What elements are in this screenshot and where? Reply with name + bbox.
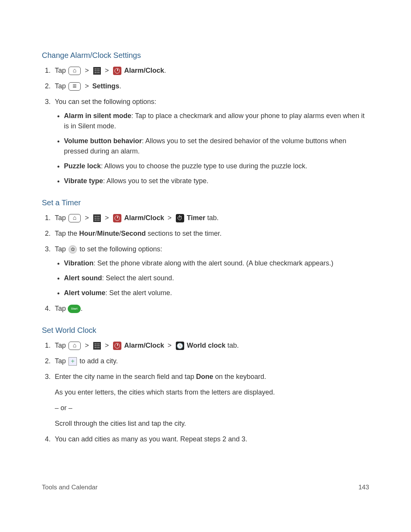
- text: Tap: [55, 67, 66, 74]
- separator: >: [166, 214, 173, 222]
- text: .: [164, 67, 166, 74]
- step: Tap > > Alarm/Clock > World clock tab.: [53, 340, 369, 351]
- page-content: Change Alarm/Clock Settings Tap > > Alar…: [0, 0, 411, 444]
- step: Tap to add a city.: [53, 356, 369, 366]
- text: Tap: [55, 214, 66, 222]
- option-label: Vibrate type: [64, 177, 103, 185]
- page-footer: Tools and Calendar 143: [42, 482, 369, 492]
- option-desc: : Set the phone vibrate along with the a…: [94, 259, 333, 267]
- home-icon: [68, 214, 81, 222]
- option-desc: : Allows you to set the vibrate type.: [103, 177, 209, 185]
- text: You can add cities as many as you want. …: [55, 435, 247, 443]
- page-number: 143: [358, 482, 369, 492]
- text: You can set the following options:: [55, 98, 156, 105]
- text: .: [81, 305, 83, 312]
- apps-icon: [93, 67, 101, 75]
- paragraph: Scroll through the cities list and tap t…: [55, 419, 369, 429]
- step: You can set the following options: Alarm…: [53, 97, 369, 186]
- alarm-clock-icon: [113, 67, 121, 75]
- step: Tap to set the following options: Vibrat…: [53, 244, 369, 298]
- world-clock-icon: [176, 342, 184, 350]
- text: Tap the: [55, 230, 79, 237]
- text-bold: Alarm/Clock: [124, 214, 164, 222]
- step: Tap > > Alarm/Clock > Timer tab.: [53, 213, 369, 223]
- text: on the keyboard.: [213, 373, 266, 380]
- step: Tap > > Alarm/Clock.: [53, 66, 369, 76]
- text: sections to set the timer.: [146, 230, 221, 237]
- list-item: Volume button behavior: Allows you to se…: [64, 136, 369, 157]
- heading-set-world-clock: Set World Clock: [42, 324, 369, 336]
- separator: >: [83, 214, 91, 222]
- start-button-icon: [68, 305, 81, 313]
- home-icon: [68, 342, 81, 350]
- text-bold: Timer: [187, 214, 206, 222]
- heading-set-timer: Set a Timer: [42, 197, 369, 208]
- option-label: Alert volume: [64, 289, 105, 297]
- text-bold: Done: [196, 373, 213, 380]
- steps-change-alarm: Tap > > Alarm/Clock. Tap > Settings. You…: [42, 66, 369, 186]
- list-item: Alarm in silent mode: Tap to place a che…: [64, 111, 369, 131]
- text-bold: Second: [121, 230, 146, 237]
- step: Tap > Settings.: [53, 81, 369, 91]
- option-label: Puzzle lock: [64, 162, 101, 170]
- menu-icon: [68, 82, 81, 91]
- option-desc: : Set the alert volume.: [105, 289, 172, 297]
- text-bold: Minute: [97, 230, 119, 237]
- home-icon: [68, 67, 81, 75]
- text-bold: Hour: [79, 230, 95, 237]
- text: Enter the city name in the search field …: [55, 373, 196, 380]
- heading-change-alarm-clock: Change Alarm/Clock Settings: [42, 50, 369, 61]
- option-label: Alarm in silent mode: [64, 112, 131, 120]
- apps-icon: [93, 342, 101, 350]
- text: tab.: [225, 342, 239, 349]
- separator: >: [83, 67, 91, 74]
- separator: >: [83, 342, 91, 349]
- text: to add a city.: [80, 357, 118, 365]
- option-label: Vibration: [64, 259, 94, 267]
- option-list: Alarm in silent mode: Tap to place a che…: [55, 111, 369, 186]
- separator: >: [104, 67, 111, 74]
- text: Tap: [55, 357, 66, 365]
- text: to set the following options:: [80, 245, 162, 253]
- paragraph: As you enter letters, the cities which s…: [55, 387, 369, 398]
- gear-icon: [68, 245, 77, 254]
- separator: >: [104, 342, 111, 349]
- text-bold: Settings: [92, 82, 119, 90]
- text: tab.: [205, 214, 218, 222]
- option-desc: : Select the alert sound.: [102, 274, 174, 282]
- text: Tap: [55, 82, 66, 90]
- steps-set-timer: Tap > > Alarm/Clock > Timer tab. Tap the…: [42, 213, 369, 314]
- step: Tap .: [53, 304, 369, 314]
- option-label: Volume button behavior: [64, 137, 142, 145]
- text-bold: Alarm/Clock: [124, 67, 164, 74]
- option-label: Alert sound: [64, 274, 102, 282]
- text-bold: World clock: [187, 342, 226, 349]
- option-desc: : Allows you to choose the puzzle type t…: [101, 162, 307, 170]
- text: .: [119, 82, 121, 90]
- alarm-clock-icon: [113, 214, 121, 222]
- steps-world-clock: Tap > > Alarm/Clock > World clock tab. T…: [42, 340, 369, 444]
- add-icon: [68, 357, 77, 366]
- step: Enter the city name in the search field …: [53, 372, 369, 429]
- apps-icon: [93, 214, 101, 222]
- list-item: Vibration: Set the phone vibrate along w…: [64, 258, 369, 268]
- list-item: Alert volume: Set the alert volume.: [64, 288, 369, 298]
- list-item: Vibrate type: Allows you to set the vibr…: [64, 176, 369, 186]
- separator: >: [83, 82, 91, 90]
- option-list: Vibration: Set the phone vibrate along w…: [55, 258, 369, 298]
- step: Tap the Hour/Minute/Second sections to s…: [53, 228, 369, 239]
- separator: >: [104, 214, 111, 222]
- separator: >: [166, 342, 173, 349]
- footer-section-title: Tools and Calendar: [42, 482, 97, 492]
- alarm-clock-icon: [113, 342, 121, 350]
- step: You can add cities as many as you want. …: [53, 434, 369, 444]
- list-item: Alert sound: Select the alert sound.: [64, 273, 369, 283]
- text: Tap: [55, 342, 66, 349]
- list-item: Puzzle lock: Allows you to choose the pu…: [64, 161, 369, 171]
- text: Tap: [55, 245, 68, 253]
- text: Tap: [55, 305, 68, 312]
- paragraph: – or –: [55, 403, 369, 413]
- text-bold: Alarm/Clock: [124, 342, 164, 349]
- timer-icon: [176, 214, 184, 222]
